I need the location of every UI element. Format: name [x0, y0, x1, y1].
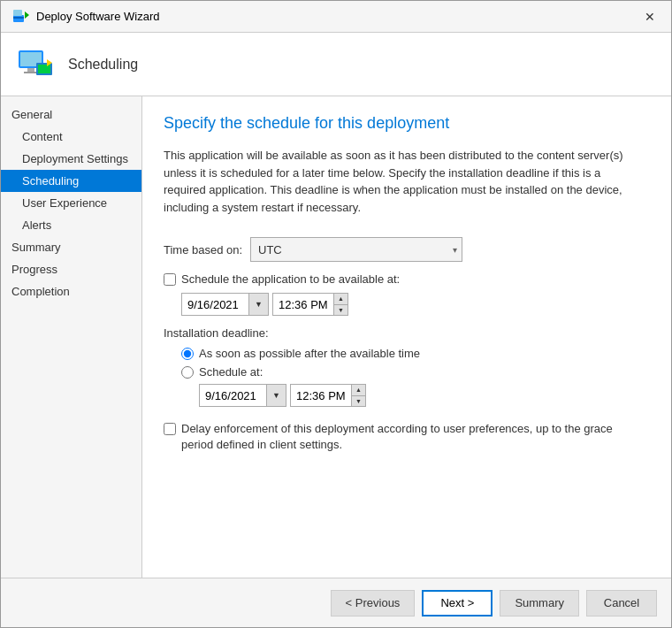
schedule-time-wrapper: ▲ ▼	[290, 384, 366, 407]
available-time-wrapper: ▲ ▼	[272, 293, 348, 316]
radio-asap[interactable]	[181, 348, 194, 360]
schedule-datetime-row: ▼ ▲ ▼	[199, 384, 650, 407]
title-bar-title: Deploy Software Wizard	[36, 10, 159, 23]
time-based-select[interactable]: UTC	[250, 237, 462, 262]
radio-schedule[interactable]	[181, 366, 194, 379]
wizard-window: Deploy Software Wizard ✕ Scheduling Gene…	[0, 0, 672, 628]
schedule-time-input[interactable]	[291, 387, 351, 404]
delay-checkbox[interactable]	[164, 423, 176, 435]
close-button[interactable]: ✕	[639, 9, 661, 25]
radio-asap-row: As soon as possible after the available …	[181, 347, 650, 360]
available-date-calendar-button[interactable]: ▼	[248, 294, 268, 315]
deploy-icon	[11, 8, 29, 26]
computer-icon	[15, 43, 57, 86]
schedule-date-calendar-button[interactable]: ▼	[266, 385, 286, 406]
header-section: Scheduling	[1, 33, 671, 96]
schedule-date-wrapper: ▼	[199, 384, 286, 407]
svg-marker-2	[25, 11, 29, 19]
previous-button[interactable]: < Previous	[331, 590, 416, 617]
available-time-input[interactable]	[273, 296, 333, 313]
title-bar: Deploy Software Wizard ✕	[1, 1, 671, 33]
time-based-row: Time based on: UTC	[164, 237, 650, 262]
schedule-available-checkbox-row: Schedule the application to be available…	[164, 272, 650, 286]
available-datetime-row: ▼ ▲ ▼	[181, 293, 650, 316]
footer: < Previous Next > Summary Cancel	[1, 578, 671, 627]
sidebar-item-deployment-settings[interactable]: Deployment Settings	[1, 148, 141, 170]
svg-rect-1	[13, 17, 24, 19]
available-date-input[interactable]	[182, 296, 248, 313]
time-based-select-wrapper: UTC	[250, 237, 462, 262]
svg-rect-3	[13, 10, 22, 16]
radio-group: As soon as possible after the available …	[181, 347, 650, 379]
schedule-time-up-button[interactable]: ▲	[352, 385, 365, 396]
installation-deadline-label: Installation deadline:	[164, 326, 650, 340]
sidebar-item-summary[interactable]: Summary	[1, 236, 141, 258]
available-time-up-button[interactable]: ▲	[334, 294, 347, 305]
sidebar-item-scheduling[interactable]: Scheduling	[1, 170, 141, 192]
description-text: This application will be available as so…	[164, 147, 623, 216]
content-area: Specify the schedule for this deployment…	[142, 96, 671, 578]
main-content: General Content Deployment Settings Sche…	[1, 96, 671, 578]
available-date-wrapper: ▼	[181, 293, 269, 316]
available-time-down-button[interactable]: ▼	[334, 305, 347, 316]
schedule-time-spinners: ▲ ▼	[351, 385, 365, 406]
available-time-spinners: ▲ ▼	[333, 294, 347, 315]
next-button[interactable]: Next >	[422, 590, 493, 617]
sidebar-item-content[interactable]: Content	[1, 126, 141, 148]
sidebar-item-completion[interactable]: Completion	[1, 280, 141, 303]
radio-schedule-label[interactable]: Schedule at:	[199, 365, 263, 379]
svg-rect-9	[38, 65, 50, 73]
svg-rect-7	[24, 72, 38, 73]
sidebar-item-user-experience[interactable]: User Experience	[1, 192, 141, 214]
sidebar-item-general[interactable]: General	[1, 103, 141, 126]
time-based-label: Time based on:	[164, 243, 243, 257]
schedule-available-label[interactable]: Schedule the application to be available…	[181, 272, 400, 286]
delay-label[interactable]: Delay enforcement of this deployment acc…	[181, 421, 623, 453]
header-title: Scheduling	[68, 57, 138, 73]
sidebar: General Content Deployment Settings Sche…	[1, 96, 142, 578]
cancel-button[interactable]: Cancel	[586, 590, 657, 617]
schedule-time-down-button[interactable]: ▼	[352, 396, 365, 407]
title-bar-left: Deploy Software Wizard	[11, 8, 159, 26]
radio-schedule-row: Schedule at:	[181, 365, 650, 379]
delay-checkbox-row: Delay enforcement of this deployment acc…	[164, 421, 623, 453]
sidebar-item-progress[interactable]: Progress	[1, 258, 141, 280]
schedule-date-input[interactable]	[200, 387, 266, 404]
svg-rect-6	[27, 68, 34, 72]
summary-button[interactable]: Summary	[500, 590, 579, 617]
radio-asap-label[interactable]: As soon as possible after the available …	[199, 347, 420, 360]
sidebar-item-alerts[interactable]: Alerts	[1, 214, 141, 236]
schedule-available-checkbox[interactable]	[164, 273, 176, 286]
content-title: Specify the schedule for this deployment	[164, 114, 650, 133]
